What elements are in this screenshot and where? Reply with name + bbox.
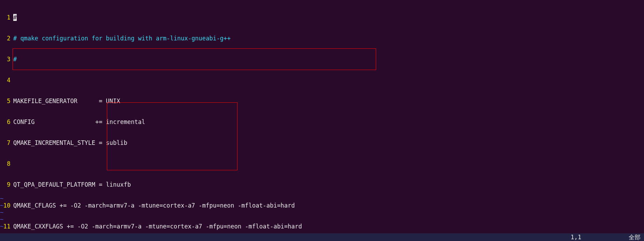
- code-line: # qmake configuration for building with …: [13, 35, 302, 42]
- line-number: 2: [0, 35, 10, 42]
- empty-line-tilde: ~: [0, 202, 3, 209]
- code-line: CONFIG += incremental: [13, 118, 302, 125]
- line-number: 4: [0, 77, 10, 84]
- empty-line-tilde: ~: [0, 223, 3, 230]
- status-bar: 1,1 全部: [0, 233, 644, 241]
- view-mode: 全部: [629, 234, 641, 241]
- line-number: 3: [0, 56, 10, 63]
- cursor-position: 1,1: [571, 234, 581, 241]
- code-line: QT_QPA_DEFAULT_PLATFORM = linuxfb: [13, 181, 302, 188]
- code-line: MAKEFILE_GENERATOR = UNIX: [13, 98, 302, 104]
- line-number: 1: [0, 14, 10, 21]
- code-area[interactable]: # # qmake configuration for building wit…: [13, 0, 302, 241]
- empty-line-tilde: ~: [0, 195, 3, 202]
- line-number: 6: [0, 118, 10, 125]
- line-number: 9: [0, 181, 10, 188]
- empty-line-tilde: ~: [0, 216, 3, 223]
- cursor: #: [13, 14, 17, 21]
- code-line: [13, 160, 302, 167]
- line-number: 5: [0, 98, 10, 104]
- line-number: 7: [0, 139, 10, 146]
- code-line: QMAKE_INCREMENTAL_STYLE = sublib: [13, 139, 302, 146]
- code-line: [13, 77, 302, 84]
- code-line: QMAKE_CFLAGS += -O2 -march=armv7-a -mtun…: [13, 202, 302, 209]
- code-line: #: [13, 56, 302, 63]
- code-line: QMAKE_CXXFLAGS += -O2 -march=armv7-a -mt…: [13, 223, 302, 230]
- empty-line-tilde: ~: [0, 209, 3, 216]
- line-number: 8: [0, 160, 10, 167]
- text-editor[interactable]: 1 2 3 4 5 6 7 8 9 10 11 12 13 14 15 16 1…: [0, 0, 644, 241]
